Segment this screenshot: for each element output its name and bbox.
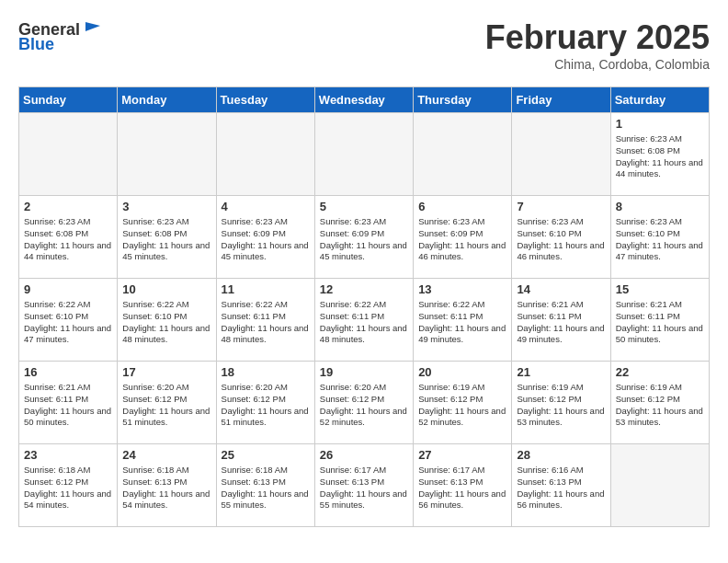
calendar-cell: 5Sunrise: 6:23 AMSunset: 6:09 PMDaylight…: [314, 196, 413, 279]
calendar-header-row: SundayMondayTuesdayWednesdayThursdayFrid…: [19, 87, 710, 113]
day-number: 26: [320, 448, 408, 462]
calendar-header-saturday: Saturday: [610, 87, 709, 113]
day-number: 13: [418, 282, 506, 296]
day-info: Sunrise: 6:23 AMSunset: 6:08 PMDaylight:…: [616, 133, 704, 180]
calendar-header-monday: Monday: [118, 87, 216, 113]
day-number: 8: [616, 200, 704, 213]
day-number: 19: [320, 365, 408, 379]
day-info: Sunrise: 6:23 AMSunset: 6:10 PMDaylight:…: [517, 216, 605, 263]
calendar-week-5: 23Sunrise: 6:18 AMSunset: 6:12 PMDayligh…: [19, 444, 710, 527]
day-info: Sunrise: 6:23 AMSunset: 6:10 PMDaylight:…: [616, 216, 704, 263]
calendar-cell: 18Sunrise: 6:20 AMSunset: 6:12 PMDayligh…: [216, 362, 314, 444]
calendar-cell: [314, 113, 413, 196]
calendar-cell: 23Sunrise: 6:18 AMSunset: 6:12 PMDayligh…: [19, 444, 118, 527]
calendar-week-3: 9Sunrise: 6:22 AMSunset: 6:10 PMDaylight…: [19, 279, 710, 362]
day-info: Sunrise: 6:22 AMSunset: 6:10 PMDaylight:…: [24, 299, 112, 346]
day-info: Sunrise: 6:22 AMSunset: 6:11 PMDaylight:…: [320, 299, 408, 346]
title-block: February 2025 Chima, Cordoba, Colombia: [485, 18, 710, 72]
day-number: 5: [320, 200, 408, 213]
month-title: February 2025: [485, 18, 710, 57]
calendar-cell: 13Sunrise: 6:22 AMSunset: 6:11 PMDayligh…: [414, 279, 512, 362]
day-info: Sunrise: 6:21 AMSunset: 6:11 PMDaylight:…: [616, 299, 704, 346]
day-number: 28: [517, 448, 605, 462]
day-info: Sunrise: 6:23 AMSunset: 6:08 PMDaylight:…: [122, 216, 210, 263]
day-info: Sunrise: 6:22 AMSunset: 6:10 PMDaylight:…: [122, 299, 210, 346]
calendar-cell: [414, 113, 512, 196]
day-number: 23: [24, 448, 112, 462]
day-number: 7: [517, 200, 605, 213]
day-info: Sunrise: 6:21 AMSunset: 6:11 PMDaylight:…: [517, 299, 605, 346]
day-number: 1: [616, 117, 704, 131]
day-info: Sunrise: 6:18 AMSunset: 6:13 PMDaylight:…: [122, 465, 210, 511]
calendar-cell: 28Sunrise: 6:16 AMSunset: 6:13 PMDayligh…: [512, 444, 610, 527]
day-info: Sunrise: 6:18 AMSunset: 6:13 PMDaylight:…: [222, 465, 310, 511]
day-number: 27: [418, 448, 506, 462]
calendar-cell: 26Sunrise: 6:17 AMSunset: 6:13 PMDayligh…: [314, 444, 413, 527]
day-info: Sunrise: 6:19 AMSunset: 6:12 PMDaylight:…: [517, 382, 605, 429]
calendar-cell: 10Sunrise: 6:22 AMSunset: 6:10 PMDayligh…: [118, 279, 216, 362]
calendar-cell: 8Sunrise: 6:23 AMSunset: 6:10 PMDaylight…: [610, 196, 709, 279]
day-number: 6: [418, 200, 506, 213]
day-info: Sunrise: 6:20 AMSunset: 6:12 PMDaylight:…: [122, 382, 210, 429]
calendar-cell: 11Sunrise: 6:22 AMSunset: 6:11 PMDayligh…: [216, 279, 314, 362]
calendar-cell: 4Sunrise: 6:23 AMSunset: 6:09 PMDaylight…: [216, 196, 314, 279]
day-info: Sunrise: 6:23 AMSunset: 6:09 PMDaylight:…: [222, 216, 310, 263]
logo-flag-icon: [82, 18, 104, 40]
calendar-cell: 22Sunrise: 6:19 AMSunset: 6:12 PMDayligh…: [610, 362, 709, 444]
day-info: Sunrise: 6:23 AMSunset: 6:08 PMDaylight:…: [24, 216, 112, 263]
day-number: 10: [122, 282, 210, 296]
day-number: 2: [24, 200, 112, 213]
calendar-cell: [118, 113, 216, 196]
day-number: 14: [517, 282, 605, 296]
calendar-cell: 25Sunrise: 6:18 AMSunset: 6:13 PMDayligh…: [216, 444, 314, 527]
day-info: Sunrise: 6:20 AMSunset: 6:12 PMDaylight:…: [320, 382, 408, 429]
day-info: Sunrise: 6:20 AMSunset: 6:12 PMDaylight:…: [222, 382, 310, 429]
day-info: Sunrise: 6:23 AMSunset: 6:09 PMDaylight:…: [418, 216, 506, 263]
calendar-cell: [19, 113, 118, 196]
location-subtitle: Chima, Cordoba, Colombia: [485, 57, 710, 72]
calendar-cell: 2Sunrise: 6:23 AMSunset: 6:08 PMDaylight…: [19, 196, 118, 279]
calendar-cell: 15Sunrise: 6:21 AMSunset: 6:11 PMDayligh…: [610, 279, 709, 362]
calendar-cell: 24Sunrise: 6:18 AMSunset: 6:13 PMDayligh…: [118, 444, 216, 527]
calendar-cell: 17Sunrise: 6:20 AMSunset: 6:12 PMDayligh…: [118, 362, 216, 444]
day-number: 9: [24, 282, 112, 296]
logo: General Blue: [18, 18, 104, 54]
day-number: 24: [122, 448, 210, 462]
calendar-week-4: 16Sunrise: 6:21 AMSunset: 6:11 PMDayligh…: [19, 362, 710, 444]
day-number: 15: [616, 282, 704, 296]
day-info: Sunrise: 6:22 AMSunset: 6:11 PMDaylight:…: [222, 299, 310, 346]
calendar-header-friday: Friday: [512, 87, 610, 113]
day-number: 22: [616, 365, 704, 379]
day-info: Sunrise: 6:18 AMSunset: 6:12 PMDaylight:…: [24, 465, 112, 511]
page-header: General Blue February 2025 Chima, Cordob…: [18, 18, 710, 72]
day-info: Sunrise: 6:23 AMSunset: 6:09 PMDaylight:…: [320, 216, 408, 263]
day-info: Sunrise: 6:17 AMSunset: 6:13 PMDaylight:…: [418, 465, 506, 511]
svg-marker-0: [85, 22, 100, 31]
calendar-cell: 6Sunrise: 6:23 AMSunset: 6:09 PMDaylight…: [414, 196, 512, 279]
calendar-cell: 12Sunrise: 6:22 AMSunset: 6:11 PMDayligh…: [314, 279, 413, 362]
day-number: 17: [122, 365, 210, 379]
calendar-cell: 21Sunrise: 6:19 AMSunset: 6:12 PMDayligh…: [512, 362, 610, 444]
day-number: 11: [222, 282, 310, 296]
calendar-cell: 9Sunrise: 6:22 AMSunset: 6:10 PMDaylight…: [19, 279, 118, 362]
day-info: Sunrise: 6:17 AMSunset: 6:13 PMDaylight:…: [320, 465, 408, 511]
day-info: Sunrise: 6:16 AMSunset: 6:13 PMDaylight:…: [517, 465, 605, 511]
day-number: 18: [222, 365, 310, 379]
calendar-cell: 14Sunrise: 6:21 AMSunset: 6:11 PMDayligh…: [512, 279, 610, 362]
day-number: 4: [222, 200, 310, 213]
calendar-cell: 19Sunrise: 6:20 AMSunset: 6:12 PMDayligh…: [314, 362, 413, 444]
calendar-header-thursday: Thursday: [414, 87, 512, 113]
calendar-cell: 1Sunrise: 6:23 AMSunset: 6:08 PMDaylight…: [610, 113, 709, 196]
calendar-week-1: 1Sunrise: 6:23 AMSunset: 6:08 PMDaylight…: [19, 113, 710, 196]
calendar-cell: 7Sunrise: 6:23 AMSunset: 6:10 PMDaylight…: [512, 196, 610, 279]
day-number: 12: [320, 282, 408, 296]
calendar-cell: [610, 444, 709, 527]
calendar-cell: 27Sunrise: 6:17 AMSunset: 6:13 PMDayligh…: [414, 444, 512, 527]
calendar-cell: [512, 113, 610, 196]
calendar-header-tuesday: Tuesday: [216, 87, 314, 113]
calendar-header-wednesday: Wednesday: [314, 87, 413, 113]
day-number: 25: [222, 448, 310, 462]
calendar-cell: 20Sunrise: 6:19 AMSunset: 6:12 PMDayligh…: [414, 362, 512, 444]
calendar-week-2: 2Sunrise: 6:23 AMSunset: 6:08 PMDaylight…: [19, 196, 710, 279]
day-number: 21: [517, 365, 605, 379]
